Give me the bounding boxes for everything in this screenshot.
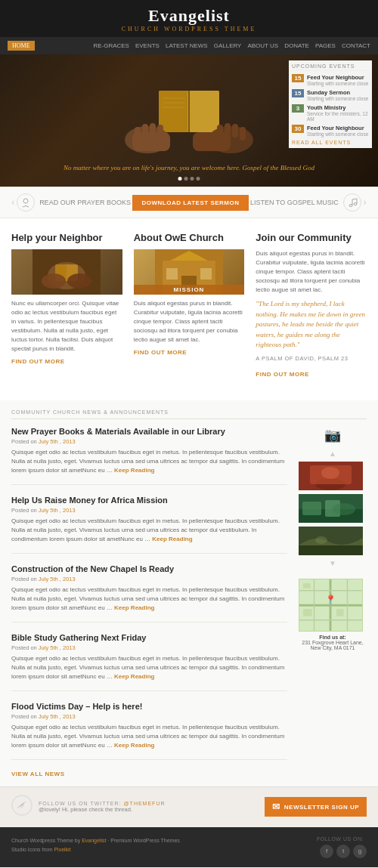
nav-donate[interactable]: DONATE [284, 42, 309, 49]
news-title-1[interactable]: New Prayer Books & Materials Available i… [11, 427, 287, 436]
gospel-music-label[interactable]: LISTEN TO GOSPEL MUSIC [250, 199, 339, 206]
news-body-1: Quisque eget odio ac lectus vestibulum f… [11, 448, 287, 475]
svg-point-45 [333, 503, 355, 515]
keep-reading-4[interactable]: Keep Reading [114, 673, 154, 680]
sidebar-image-3 [299, 527, 363, 555]
sidebar-image-1 [299, 462, 363, 490]
nav-home[interactable]: HOME [8, 41, 35, 51]
news-item-4: Bible Study Gathering Next Friday Posted… [11, 633, 287, 691]
ue-item-4: 30 Feed Your Neighbour Starting with som… [292, 125, 369, 137]
svg-rect-36 [200, 268, 212, 280]
ue-title: UPCOMING EVENTS [292, 63, 369, 71]
ue-item-1: 15 Feed Your Neighbour Starting with som… [292, 74, 369, 86]
svg-rect-11 [135, 127, 141, 141]
nav-pages[interactable]: PAGES [315, 42, 336, 49]
footer-text-2: Premium WordPress Themes [110, 838, 180, 843]
footer-link-1[interactable]: Evangelist [82, 838, 106, 843]
download-sermon-button[interactable]: DOWNLOAD LATEST SERMON [132, 195, 248, 211]
view-all-news[interactable]: VIEW ALL NEWS [11, 771, 287, 777]
footer-social-links: f t g [320, 845, 367, 858]
keep-reading-1[interactable]: Keep Reading [114, 467, 154, 474]
site-header: Evangelist CHURCH WORDPRESS THEME HOME R… [0, 0, 378, 54]
content-area: Help your Neighbor Nunc eu ullamcorper o… [0, 218, 378, 400]
footer-googleplus-icon[interactable]: g [353, 845, 367, 858]
keep-reading-3[interactable]: Keep Reading [114, 604, 154, 611]
join-community-col: Join our Community Duis aliquot egestas … [256, 232, 367, 378]
nav-regraces[interactable]: RE-GRACES [93, 42, 129, 49]
ue-date-3: 3 [292, 104, 304, 113]
news-date-4: Posted on July 5th , 2013 [11, 644, 287, 651]
keep-reading-2[interactable]: Keep Reading [152, 536, 192, 542]
hero-caption: No matter where you are on life's journe… [0, 164, 378, 171]
footer-follow-label: FOLLOW US ON: [317, 836, 364, 842]
col1-find-more[interactable]: FIND OUT MORE [11, 358, 122, 365]
nav-aboutus[interactable]: ABOUT US [247, 42, 278, 49]
ue-sub-1: Starting with someone close [307, 81, 368, 86]
prev-arrow[interactable]: ‹ [11, 196, 15, 209]
ue-date-4: 30 [292, 125, 304, 133]
nav-events[interactable]: EVENTS [135, 42, 160, 49]
nav-latestnews[interactable]: LATEST NEWS [166, 42, 208, 49]
hero-caption-highlight: Gospel of the Blessed God [243, 164, 314, 171]
prayer-books-label[interactable]: READ OUR PRAYER BOOKS [39, 199, 131, 206]
news-title-4[interactable]: Bible Study Gathering Next Friday [11, 633, 287, 642]
hero-dot-4[interactable] [197, 177, 200, 181]
hero-dot-1[interactable] [178, 177, 182, 181]
ue-sub-3: Service for the ministers, 12 AM [307, 111, 369, 122]
camera-icon: 📷 [299, 427, 367, 443]
keep-reading-5[interactable]: Keep Reading [114, 742, 154, 749]
sidebar-up-arrow[interactable]: ▲ [299, 449, 367, 458]
news-layout: New Prayer Books & Materials Available i… [11, 427, 367, 777]
hero-caption-text: No matter where you are on life's journe… [64, 164, 243, 171]
ue-all-link[interactable]: READ ALL EVENTS [292, 140, 369, 145]
svg-point-29 [42, 273, 66, 289]
col2-find-more[interactable]: FIND OUT MORE [134, 349, 245, 356]
twitter-tweet: @lovely! Hi, please check the thread. [39, 806, 166, 813]
ue-sub-2: Starting with someone close [307, 96, 368, 101]
news-title-5[interactable]: Flood Victims Day – Help is here! [11, 702, 287, 711]
sidebar-down-arrow[interactable]: ▼ [299, 559, 367, 567]
twitter-handle[interactable]: @THEMEFUR [124, 801, 166, 806]
hero-dot-3[interactable] [191, 177, 194, 181]
map-box: 📍 [299, 579, 363, 632]
feature-columns: Help your Neighbor Nunc eu ullamcorper o… [11, 232, 367, 378]
svg-rect-14 [157, 125, 163, 137]
subtitle-pre: CHURCH [122, 26, 160, 32]
nav-gallery[interactable]: GALLERY [214, 42, 242, 49]
svg-rect-58 [336, 609, 344, 616]
find-us-label: Find us at: [319, 635, 345, 640]
mail-icon: ✉ [272, 802, 280, 812]
nav-links: RE-GRACES EVENTS LATEST NEWS GALLERY ABO… [93, 42, 370, 49]
news-item-1: New Prayer Books & Materials Available i… [11, 427, 287, 485]
map-street: 231 Foxgrove Heart Lane, [302, 640, 363, 645]
twitter-label: FOLLOW US ON TWITTER: @THEMEFUR [39, 801, 166, 806]
col3-psalm: A PSALM OF DAVID, PSALM 23 [256, 355, 367, 362]
next-arrow[interactable]: › [363, 196, 367, 209]
col3-find-more[interactable]: FIND OUT MORE [256, 371, 367, 378]
footer-facebook-icon[interactable]: f [320, 845, 333, 858]
svg-rect-12 [142, 124, 148, 137]
svg-line-24 [352, 199, 357, 199]
news-item-2: Help Us Raise Money for Africa Mission P… [11, 496, 287, 554]
news-date-3: Posted on July 5th , 2013 [11, 576, 287, 582]
site-title: Evangelist [0, 6, 378, 26]
news-title-2[interactable]: Help Us Raise Money for Africa Mission [11, 496, 287, 505]
col2-title: About OwE Church [134, 232, 245, 243]
hero-dot-2[interactable] [184, 177, 188, 181]
news-date-2: Posted on July 5th , 2013 [11, 507, 287, 514]
svg-rect-13 [150, 123, 156, 137]
twitter-section: FOLLOW US ON TWITTER: @THEMEFUR @lovely!… [11, 795, 166, 820]
svg-rect-43 [302, 502, 321, 515]
map-address: Find us at: 231 Foxgrove Heart Lane, New… [299, 635, 367, 650]
col1-title: Help your Neighbor [11, 232, 122, 243]
footer-link-2[interactable]: Pixelkit [54, 847, 70, 852]
col1-image [11, 249, 122, 295]
col3-title: Join our Community [256, 232, 367, 243]
bottom-footer: Church Wordpress Theme by Evangelist · P… [0, 827, 378, 867]
newsletter-signup-button[interactable]: ✉ NEWSLETTER SIGN UP [265, 797, 367, 817]
svg-rect-16 [225, 123, 231, 137]
news-title-3[interactable]: Construction of the New Chapel Is Ready [11, 564, 287, 573]
nav-contact[interactable]: CONTACT [342, 42, 370, 49]
footer-twitter-icon[interactable]: t [336, 845, 350, 858]
news-body-5: Quisque eget odio ac lectus vestibulum f… [11, 723, 287, 750]
